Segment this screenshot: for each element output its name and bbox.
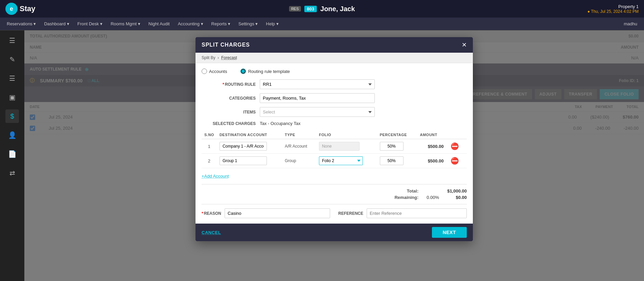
selected-charges-row: SELECTED CHARGES Tax - Occupancy Tax [202, 121, 467, 126]
col-percentage: PERCENTAGE [377, 131, 417, 139]
modal-body[interactable]: Accounts Routing rule template ROUTING R… [196, 63, 473, 224]
col-amount: AMOUNT [417, 131, 446, 139]
row2-dest-cell [217, 154, 282, 168]
sidebar: ☰ ✎ ☰ ▣ $ 👤 📄 ⇄ [0, 30, 24, 281]
header-right: Property 1 ● Thu, Jul 25, 2024 4:02 PM [588, 4, 639, 14]
col-sno: S.NO [202, 131, 217, 139]
logo-area[interactable]: e Stay [5, 3, 35, 15]
reason-field: REASON [202, 208, 330, 218]
row1-remove-cell: ⛔ [446, 139, 467, 154]
row1-pct-cell [377, 139, 417, 154]
row2-pct-input[interactable] [380, 156, 404, 165]
modal-overlay: SPLIT CHARGES ✕ Split By › Forecast [24, 30, 644, 281]
col-folio: FOLIO [316, 131, 377, 139]
remaining-amount: $0.00 [447, 195, 467, 200]
items-row: ITEMS Select [202, 107, 467, 117]
split-charges-modal: SPLIT CHARGES ✕ Split By › Forecast [196, 37, 473, 241]
col-dest: DESTINATION ACCOUNT [217, 131, 282, 139]
reference-label: REFERENCE [338, 211, 363, 216]
totals-grid: Total: $1,000.00 Remaining: 0.00% $0.00 [394, 188, 467, 200]
modal-close-button[interactable]: ✕ [462, 41, 467, 49]
res-label: RES [289, 6, 301, 11]
radio-accounts[interactable]: Accounts [202, 69, 227, 74]
selected-charges-value: Tax - Occupancy Tax [260, 121, 300, 126]
table-row: 2 Group Folio 2 [202, 154, 467, 168]
datetime: ● Thu, Jul 25, 2024 4:02 PM [588, 9, 639, 14]
nav-dashboard[interactable]: Dashboard ▾ [44, 21, 69, 26]
main-content: ☰ ✎ ☰ ▣ $ 👤 📄 ⇄ TOTAL AUTHORIZED AMOUNT … [0, 30, 644, 281]
nav-user[interactable]: madhu [624, 21, 637, 26]
property-name: Property 1 [588, 4, 639, 9]
row2-folio-select[interactable]: Folio 2 [319, 156, 363, 165]
cancel-button[interactable]: CANCEL [202, 230, 221, 235]
add-account-button[interactable]: +Add Account [202, 172, 229, 180]
person-icon[interactable]: 👤 [5, 128, 19, 142]
calendar-icon[interactable]: ☰ [5, 72, 19, 85]
bottom-form: REASON REFERENCE [202, 208, 467, 218]
modal-divider [202, 204, 467, 204]
col-type: TYPE [282, 131, 316, 139]
nav-nightaudit[interactable]: Night Audit [148, 21, 170, 26]
routing-rule-select[interactable]: RR1 [260, 79, 375, 89]
routing-rule-label: ROUTING RULE [202, 82, 256, 87]
row2-remove-button[interactable]: ⛔ [449, 157, 460, 165]
bed-icon[interactable]: ▣ [5, 91, 19, 104]
total-amount: $1,000.00 [447, 188, 467, 194]
table-row: 1 A/R Account [202, 139, 467, 154]
row1-dest-cell [217, 139, 282, 154]
col-actions [446, 131, 467, 139]
accounts-table: S.NO DESTINATION ACCOUNT TYPE FOLIO PERC… [202, 131, 467, 168]
remaining-pct: 0.00% [427, 195, 439, 200]
modal-footer: CANCEL NEXT [196, 224, 473, 241]
row1-folio-input[interactable] [319, 142, 360, 151]
reason-label: REASON [202, 211, 221, 216]
items-select[interactable]: Select [260, 107, 375, 117]
modal-breadcrumb: Split By › Forecast [196, 53, 473, 63]
row1-dest-input[interactable] [220, 142, 267, 151]
reason-input[interactable] [225, 208, 330, 218]
header-center: RES 803 Jone, Jack [289, 5, 355, 13]
row1-sno: 1 [202, 139, 217, 154]
row1-type: A/R Account [282, 139, 316, 154]
items-label: ITEMS [202, 110, 256, 114]
chat-icon[interactable]: ✎ [5, 53, 19, 66]
nav-roomsmgmt[interactable]: Rooms Mgmt ▾ [111, 21, 140, 26]
content-area: TOTAL AUTHORIZED AMOUNT (GUEST) $0.00 NA… [24, 30, 644, 281]
nav-help[interactable]: Help ▾ [266, 21, 278, 26]
nav-accounting[interactable]: Accounting ▾ [178, 21, 203, 26]
nav-frontdesk[interactable]: Front Desk ▾ [77, 21, 102, 26]
totals-section: Total: $1,000.00 Remaining: 0.00% $0.00 [202, 184, 467, 200]
top-header: e Stay RES 803 Jone, Jack Property 1 ● T… [0, 0, 644, 18]
nav-settings[interactable]: Settings ▾ [238, 21, 258, 26]
total-pct [427, 188, 439, 194]
remaining-label: Remaining: [394, 195, 418, 200]
reference-input[interactable] [367, 208, 467, 218]
res-number: 803 [304, 6, 317, 12]
radio-group: Accounts Routing rule template [202, 69, 467, 74]
row1-pct-input[interactable] [380, 142, 404, 151]
row2-type: Group [282, 154, 316, 168]
transfer-icon[interactable]: ⇄ [5, 166, 19, 180]
logo-icon: e [5, 3, 18, 15]
categories-input[interactable] [260, 93, 375, 103]
nav-bar: Reservations ▾ Dashboard ▾ Front Desk ▾ … [0, 18, 644, 30]
row2-folio-cell: Folio 2 [316, 154, 377, 168]
row2-amount: $500.00 [417, 154, 446, 168]
routing-rule-row: ROUTING RULE RR1 [202, 79, 467, 89]
row1-remove-button[interactable]: ⛔ [449, 142, 460, 150]
row2-dest-input[interactable] [220, 156, 267, 165]
invoice-icon[interactable]: 📄 [5, 147, 19, 161]
row2-remove-cell: ⛔ [446, 154, 467, 168]
categories-row: CATEGORIES [202, 93, 467, 103]
total-label: Total: [394, 188, 418, 194]
radio-routing[interactable]: Routing rule template [240, 69, 290, 74]
nav-reports[interactable]: Reports ▾ [211, 21, 230, 26]
reference-field: REFERENCE [338, 208, 467, 218]
guest-name: Jone, Jack [320, 5, 355, 13]
modal-header: SPLIT CHARGES ✕ [196, 37, 473, 53]
dollar-icon[interactable]: $ [5, 109, 19, 123]
menu-icon[interactable]: ☰ [5, 34, 19, 47]
next-button[interactable]: NEXT [432, 227, 467, 238]
selected-charges-label: SELECTED CHARGES [202, 121, 256, 126]
nav-reservations[interactable]: Reservations ▾ [7, 21, 36, 26]
